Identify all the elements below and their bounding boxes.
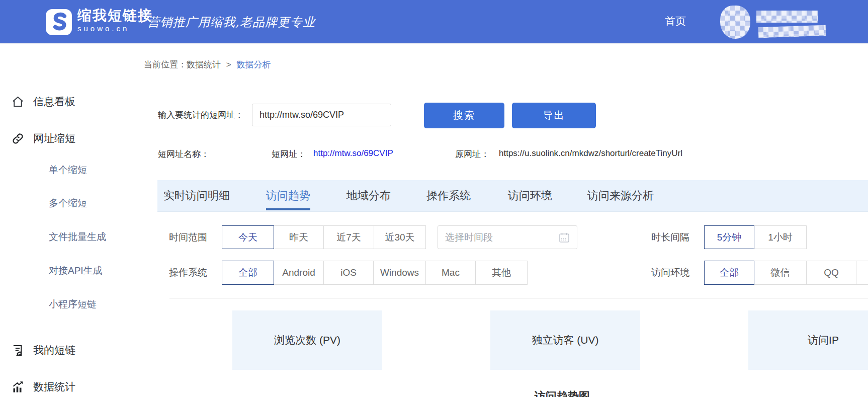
date-range-picker[interactable]: 选择时间段 [438,225,577,249]
tab-region[interactable]: 地域分布 [346,180,391,210]
brand-logo-icon[interactable] [45,9,72,36]
username-blurred-line-2 [758,25,826,38]
breadcrumb-current[interactable]: 数据分析 [236,60,271,69]
short-url-name-label: 短网址名称： [158,148,209,160]
sidebar-item-miniprogram[interactable]: 小程序短链 [0,296,149,313]
tab-realtime-detail[interactable]: 实时访问明细 [163,180,230,210]
short-url-label: 短网址： [272,148,306,160]
sidebar-item-dashboard[interactable]: 信息看板 [0,93,149,110]
avatar[interactable] [720,6,750,39]
os-option-mac[interactable]: Mac [425,261,476,285]
stat-card-uv[interactable]: 独立访客 (UV) [490,310,640,370]
sidebar-item-label: 网址缩短 [33,131,75,145]
calendar-icon [559,232,570,243]
bar-chart-icon [11,380,25,394]
time-option-30days[interactable]: 近30天 [374,225,426,249]
sidebar-item-label: 小程序短链 [49,298,97,311]
time-option-7days[interactable]: 近7天 [323,225,374,249]
os-option-windows[interactable]: Windows [373,261,426,285]
date-range-placeholder: 选择时间段 [445,231,559,244]
sidebar-item-single-shorten[interactable]: 单个缩短 [0,162,149,179]
breadcrumb-separator: > [226,60,231,69]
sidebar-item-shorten[interactable]: 网址缩短 [0,130,149,147]
os-option-android[interactable]: Android [274,261,324,285]
tab-os[interactable]: 操作系统 [426,180,471,210]
env-option-clipped[interactable] [856,261,868,285]
sidebar-item-label: 多个缩短 [49,197,87,210]
breadcrumb-prefix: 当前位置： [144,60,187,69]
interval-option-1hour[interactable]: 1小时 [754,225,807,249]
sidebar-item-multi-shorten[interactable]: 多个缩短 [0,195,149,212]
time-range-label: 时间范围 [169,225,207,249]
env-option-all[interactable]: 全部 [704,261,754,285]
environment-group: 全部 微信 QQ [704,261,868,285]
environment-label: 访问环境 [651,261,689,284]
link-icon [11,132,25,145]
os-filter-label: 操作系统 [169,261,207,284]
search-button[interactable]: 搜索 [424,103,504,128]
breadcrumb-section[interactable]: 数据统计 [187,60,221,69]
short-url-value[interactable]: http://mtw.so/69CVIP [313,148,393,158]
os-option-all[interactable]: 全部 [222,261,274,285]
tab-visit-trend[interactable]: 访问趋势 [266,180,310,210]
export-button[interactable]: 导出 [512,103,596,128]
page: 缩我短链接 suowo.cn · 营销推广用缩我,老品牌更专业 首页 当前位置：… [0,0,868,397]
username-blurred-line-1 [756,11,818,23]
sidebar-item-label: 我的短链 [33,343,75,357]
original-url-value: https://u.suolink.cn/mkdwz/shorturl/crea… [499,148,682,158]
sidebar-item-my-links[interactable]: 我的短链 [0,342,149,359]
stat-card-pv[interactable]: 浏览次数 (PV) [232,310,382,370]
tab-environment[interactable]: 访问环境 [508,180,552,210]
time-option-today[interactable]: 今天 [222,225,274,249]
interval-option-5min[interactable]: 5分钟 [704,225,754,249]
sidebar-item-label: 信息看板 [33,95,75,109]
brand-tagline: · 营销推广用缩我,老品牌更专业 [139,14,315,30]
sidebar-item-label: 文件批量生成 [49,230,106,244]
top-header: 缩我短链接 suowo.cn · 营销推广用缩我,老品牌更专业 首页 [0,0,868,44]
sidebar-item-label: 对接API生成 [49,264,103,277]
tab-source-analysis[interactable]: 访问来源分析 [587,180,654,210]
os-group: 全部 Android iOS Windows Mac 其他 [222,261,528,285]
sidebar-item-label: 单个缩短 [49,164,87,177]
analytics-tabbar: 实时访问明细 访问趋势 地域分布 操作系统 访问环境 访问来源分析 [157,180,868,212]
interval-group: 5分钟 1小时 [704,225,807,249]
env-option-qq[interactable]: QQ [806,261,856,285]
short-url-input-label: 输入要统计的短网址： [158,109,243,121]
document-link-icon [11,344,25,357]
home-icon [11,95,25,109]
env-option-wechat[interactable]: 微信 [754,261,807,285]
breadcrumb: 当前位置：数据统计 > 数据分析 [144,59,271,70]
sidebar-item-api[interactable]: 对接API生成 [0,262,149,279]
section-divider [169,298,868,298]
os-option-ios[interactable]: iOS [323,261,374,285]
sidebar-item-label: 数据统计 [33,380,75,394]
sidebar-item-file-batch[interactable]: 文件批量生成 [0,228,149,246]
stat-card-ip[interactable]: 访问IP [748,310,868,370]
original-url-label: 原网址： [455,148,489,160]
sidebar-item-statistics[interactable]: 数据统计 [0,378,149,395]
time-option-yesterday[interactable]: 昨天 [274,225,324,249]
nav-home-link[interactable]: 首页 [665,14,686,28]
interval-label: 时长间隔 [651,225,689,249]
time-range-group: 今天 昨天 近7天 近30天 [222,225,426,249]
os-option-other[interactable]: 其他 [475,261,528,285]
trend-chart-title: 访问趋势图 [535,389,590,397]
short-url-input[interactable] [252,104,391,126]
